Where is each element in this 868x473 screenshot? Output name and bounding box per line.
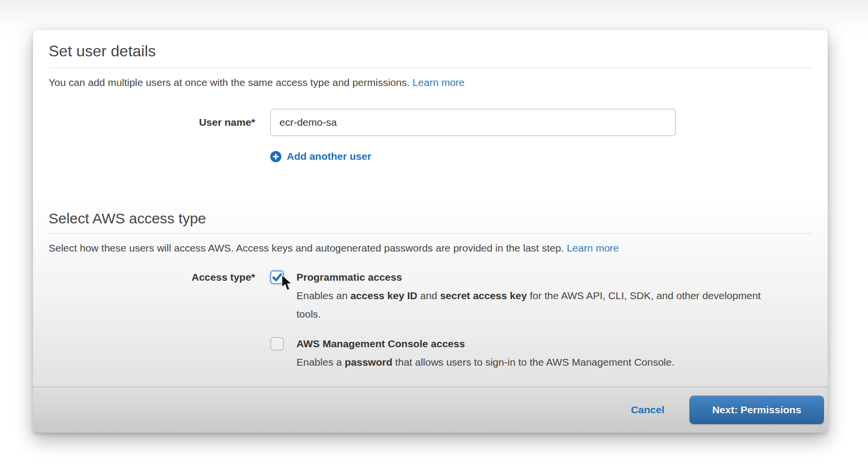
add-user-row: Add another user <box>49 151 812 164</box>
panel-body: Set user details You can add multiple us… <box>33 30 828 387</box>
add-another-user-label: Add another user <box>287 151 371 162</box>
access-type-description: Select how these users will access AWS. … <box>49 242 812 254</box>
divider <box>49 68 812 68</box>
console-access-title: AWS Management Console access <box>296 337 675 351</box>
user-details-description-text: You can add multiple users at once with … <box>49 77 410 88</box>
programmatic-access-checkbox[interactable] <box>270 270 284 284</box>
cancel-button[interactable]: Cancel <box>631 404 664 416</box>
access-type-label: Access type* <box>49 270 255 284</box>
access-type-row: Access type* Programmatic access Enables… <box>49 270 812 372</box>
wizard-footer: Cancel Next: Permissions <box>33 387 828 433</box>
console-access-checkbox[interactable] <box>270 337 284 351</box>
console-access-option: AWS Management Console access Enables a … <box>270 337 812 372</box>
page-background: Set user details You can add multiple us… <box>0 0 868 473</box>
learn-more-link-access-type[interactable]: Learn more <box>567 242 619 253</box>
divider <box>49 233 812 234</box>
check-icon <box>271 271 283 284</box>
next-permissions-button[interactable]: Next: Permissions <box>690 396 824 424</box>
programmatic-access-title: Programmatic access <box>296 270 775 284</box>
programmatic-access-option: Programmatic access Enables an access ke… <box>270 270 812 323</box>
learn-more-link-user-details[interactable]: Learn more <box>413 77 465 88</box>
page-title: Set user details <box>49 42 812 60</box>
access-type-title: Select AWS access type <box>49 210 812 227</box>
console-access-desc: Enables a password that allows users to … <box>296 353 675 372</box>
programmatic-access-desc: Enables an access key ID and secret acce… <box>296 287 775 323</box>
user-details-description: You can add multiple users at once with … <box>49 76 812 88</box>
add-icon <box>270 151 281 162</box>
access-type-description-text: Select how these users will access AWS. … <box>49 242 564 253</box>
add-user-panel: Set user details You can add multiple us… <box>33 30 828 433</box>
user-name-label: User name* <box>49 116 255 129</box>
user-name-row: User name* <box>49 109 812 136</box>
user-name-input[interactable] <box>270 109 676 136</box>
add-another-user-link[interactable]: Add another user <box>270 151 371 162</box>
